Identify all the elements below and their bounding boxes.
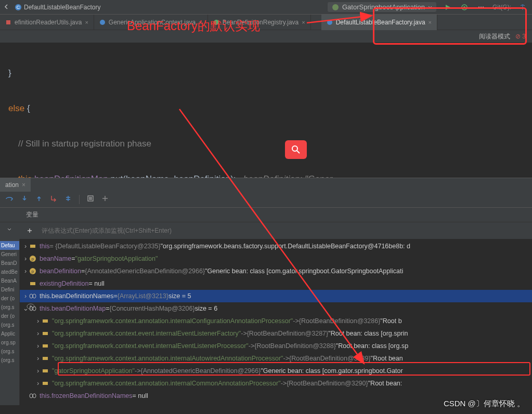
- var-row[interactable]: ›"gatorSpringbootApplication" -> {Annota…: [20, 365, 532, 377]
- svg-point-33: [292, 146, 297, 151]
- reader-mode-bar: 阅读器模式 ⊘ 3: [0, 30, 532, 43]
- frame-item[interactable]: atedBe: [0, 268, 19, 276]
- tab-file-1[interactable]: GenericApplicationContext.java×: [94, 15, 208, 30]
- variables-header: 变量: [0, 208, 532, 222]
- breadcrumb[interactable]: C DefaultListableBeanFactory: [15, 4, 100, 11]
- svg-rect-30: [43, 382, 48, 385]
- watermark: CSDN @〕何章怀晓 。: [444, 399, 525, 409]
- var-row[interactable]: ›"org.springframework.context.event.inte…: [20, 327, 532, 340]
- var-row[interactable]: ›pbeanDefinition = {AnnotatedGenericBean…: [20, 265, 532, 277]
- git-menu[interactable]: Git(G):: [492, 4, 511, 11]
- filter-icon[interactable]: [0, 228, 20, 233]
- frame-item[interactable]: Defini: [0, 285, 19, 294]
- svg-rect-8: [6, 20, 10, 24]
- frame-item[interactable]: Defau: [0, 241, 19, 250]
- debug-tab[interactable]: ation×: [0, 178, 31, 192]
- var-row[interactable]: ›"org.springframework.context.annotation…: [20, 315, 532, 327]
- error-count[interactable]: ⊘ 3: [515, 33, 526, 40]
- close-icon[interactable]: ×: [22, 181, 25, 189]
- code-editor[interactable]: } else { // Still in startup registratio…: [0, 43, 532, 178]
- var-row[interactable]: ›pbeanName = "gatorSpringbootApplication…: [20, 252, 532, 265]
- svg-point-10: [214, 20, 219, 25]
- svg-point-2: [332, 4, 339, 10]
- step-out-icon[interactable]: [35, 195, 43, 204]
- close-icon[interactable]: ×: [85, 19, 88, 25]
- svg-point-5: [478, 6, 479, 7]
- editor-tabs: efinitionReaderUtils.java× GenericApplic…: [0, 15, 532, 30]
- frame-item[interactable]: (org.s: [0, 347, 19, 356]
- more-icon[interactable]: [476, 2, 486, 12]
- run-configuration-selector[interactable]: GatorSpringbootApplication: [328, 2, 436, 12]
- frame-item[interactable]: BeanD: [0, 259, 19, 268]
- svg-point-14: [30, 305, 32, 308]
- svg-point-4: [463, 6, 465, 8]
- run-to-cursor-icon[interactable]: [64, 195, 72, 204]
- svg-point-21: [30, 294, 33, 298]
- frames-list[interactable]: Defau Generi BeanD atedBe BeanA Defini d…: [0, 239, 20, 405]
- variables-tree[interactable]: ›this = {DefaultListableBeanFactory@2335…: [20, 239, 532, 405]
- frame-item[interactable]: BeanA: [0, 276, 19, 285]
- svg-point-22: [33, 294, 36, 298]
- debug-panel-tabs: ation×: [0, 178, 532, 191]
- svg-point-11: [327, 20, 332, 25]
- var-row-selected[interactable]: ›this.beanDefinitionNames = {ArrayList@3…: [20, 290, 532, 302]
- tab-file-2[interactable]: BeanDefinitionRegistry.java×: [208, 15, 311, 30]
- svg-rect-26: [43, 332, 48, 335]
- tab-file-0[interactable]: efinitionReaderUtils.java×: [0, 15, 94, 30]
- close-icon[interactable]: ×: [199, 19, 202, 25]
- frame-item[interactable]: (org.s: [0, 303, 19, 312]
- svg-text:p: p: [32, 269, 34, 274]
- svg-point-31: [30, 394, 33, 398]
- close-icon[interactable]: ×: [302, 19, 305, 25]
- add-watch-icon[interactable]: [20, 228, 40, 234]
- tab-file-3[interactable]: DefaultListableBeanFactory.java×: [321, 15, 437, 30]
- force-step-icon[interactable]: [50, 195, 57, 204]
- frame-item[interactable]: org.sp: [0, 338, 19, 347]
- evaluate-icon[interactable]: [87, 195, 94, 204]
- vcs-icon[interactable]: [517, 2, 528, 12]
- evaluate-input[interactable]: [40, 225, 532, 236]
- debug-toolbar: [0, 191, 532, 208]
- svg-point-7: [483, 6, 484, 7]
- var-row[interactable]: ⌄this.beanDefinitionMap = {ConcurrentHas…: [20, 302, 532, 315]
- frame-item[interactable]: (org.s: [0, 356, 19, 365]
- chevron-left-icon[interactable]: [4, 3, 8, 11]
- main-toolbar: C DefaultListableBeanFactory GatorSpring…: [0, 0, 532, 15]
- search-overlay-icon: [285, 140, 307, 159]
- svg-point-9: [100, 20, 105, 25]
- svg-rect-15: [30, 245, 35, 248]
- svg-rect-29: [43, 369, 48, 372]
- svg-rect-27: [43, 344, 48, 348]
- var-row[interactable]: ›"org.springframework.context.event.inte…: [20, 340, 532, 352]
- evaluate-row: [0, 222, 532, 239]
- trace-icon[interactable]: [101, 195, 109, 204]
- frame-item[interactable]: Applic: [0, 329, 19, 338]
- var-row[interactable]: existingDefinition = null: [20, 277, 532, 290]
- close-icon[interactable]: ×: [429, 19, 432, 25]
- debug-icon[interactable]: [459, 2, 470, 12]
- reader-mode-label[interactable]: 阅读器模式: [479, 32, 510, 41]
- run-icon[interactable]: [443, 2, 453, 12]
- svg-point-32: [33, 394, 36, 398]
- var-row[interactable]: ›"org.springframework.context.annotation…: [20, 352, 532, 365]
- svg-text:C: C: [17, 5, 20, 10]
- step-into-icon[interactable]: [21, 195, 28, 204]
- svg-rect-20: [30, 282, 35, 285]
- frame-item[interactable]: (org.s: [0, 320, 19, 329]
- watch-icon[interactable]: [21, 303, 41, 310]
- frame-item[interactable]: Generi: [0, 250, 19, 259]
- svg-text:p: p: [32, 257, 34, 261]
- svg-point-6: [481, 6, 482, 7]
- frame-item[interactable]: der (o: [0, 312, 19, 320]
- frame-item[interactable]: der (o: [0, 294, 19, 303]
- svg-rect-28: [43, 357, 48, 360]
- svg-rect-25: [43, 319, 48, 323]
- step-over-icon[interactable]: [5, 195, 14, 204]
- var-row[interactable]: ›this = {DefaultListableBeanFactory@2335…: [20, 240, 532, 252]
- var-row[interactable]: ›"org.springframework.context.annotation…: [20, 377, 532, 390]
